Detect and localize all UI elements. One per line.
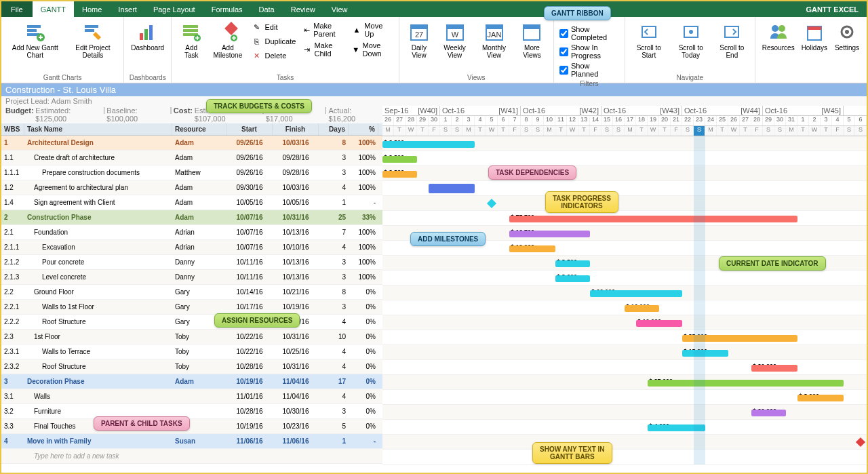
svg-rect-13 (224, 22, 238, 35)
task-row[interactable]: 3Decoration PhaseAdam10/19/1611/04/16170… (1, 374, 382, 389)
column-headers: WBS Task Name Resource Start Finish Days… (1, 123, 382, 136)
gantt-bar[interactable] (636, 320, 682, 327)
task-row[interactable]: 1.1Create draft of architectureAdam09/26… (1, 151, 382, 165)
svg-rect-25 (524, 25, 540, 29)
make-child-button[interactable]: ⇥Make Child (300, 40, 347, 59)
edit-project-details-button[interactable]: Edit Project Details (66, 19, 120, 73)
menu-tab-data[interactable]: Data (251, 1, 283, 17)
move-up-button[interactable]: ▲Move Up (349, 20, 395, 39)
task-row[interactable]: 2.1.3Level concreteDanny10/11/1610/13/16… (1, 270, 382, 285)
gantt-bar[interactable] (509, 216, 797, 222)
menu-tab-page-layout[interactable]: Page Layout (145, 1, 203, 17)
add-milestone-icon (217, 21, 239, 43)
task-row[interactable]: 2.31st FloorToby10/22/1610/31/16100% (1, 330, 382, 344)
gantt-row: $ 2,300 (382, 166, 867, 181)
dashboard-button[interactable]: Dashboard (128, 19, 167, 73)
daily-view-button[interactable]: 27Daily View (403, 19, 435, 73)
milestone-diamond[interactable] (856, 437, 865, 447)
gantt-bar[interactable] (555, 260, 590, 267)
make-parent-button[interactable]: ⇤Make Parent (300, 20, 347, 39)
task-row[interactable]: 1.2Agreement to architectural planAdam09… (1, 180, 382, 195)
task-row[interactable]: 3.2Furniture10/28/1610/30/1630% (1, 404, 382, 419)
gantt-bar[interactable] (382, 156, 417, 163)
gantt-bar[interactable] (751, 365, 797, 372)
holiday-icon (804, 21, 825, 43)
task-row[interactable]: 2Construction PhaseAdam10/07/1610/31/162… (1, 210, 382, 225)
month-header: Oct-16 [W41] (440, 106, 521, 115)
edit-details-icon (82, 21, 104, 43)
svg-point-28 (689, 30, 693, 34)
settings-button[interactable]: Settings (831, 19, 863, 73)
scroll-start-button[interactable]: Scroll to Start (629, 19, 669, 73)
task-row[interactable]: 2.1FoundationAdrian10/07/1610/13/167100% (1, 225, 382, 240)
menu-tab-view[interactable]: View (323, 1, 356, 17)
task-row[interactable]: 2.2.1Walls to 1st FloorGary10/17/1610/19… (1, 300, 382, 315)
show-progress-check[interactable]: Show In Progress (558, 43, 620, 60)
svg-rect-8 (149, 25, 153, 40)
task-row[interactable]: 1.1.1Prepare construction documentsMatth… (1, 165, 382, 180)
callout-assign-res: ASSIGN RESOURCES (214, 313, 300, 328)
gantt-bar[interactable] (382, 171, 417, 178)
gantt-row: $ 15,000 (382, 345, 867, 360)
svg-rect-4 (85, 25, 98, 28)
callout-gantt-ribbon: GANTT RIBBON (544, 6, 611, 20)
menu-tab-review[interactable]: Review (283, 1, 323, 17)
weekly-view-button[interactable]: WWeekly View (436, 19, 473, 73)
task-row[interactable]: 2.1.2Pour concreteDanny10/11/1610/13/163… (1, 255, 382, 270)
gantt-bar[interactable] (509, 245, 555, 252)
gantt-bar[interactable] (590, 290, 682, 297)
gantt-row: $ 26,000 (382, 285, 867, 300)
menu-tab-formulas[interactable]: Formulas (203, 1, 251, 17)
gantt-bar[interactable] (751, 410, 786, 416)
add-task-button[interactable]: Add Task (176, 19, 207, 73)
milestone-diamond[interactable] (487, 199, 496, 208)
monthly-view-button[interactable]: JANMonthly View (475, 19, 513, 73)
more-views-button[interactable]: More Views (515, 19, 549, 73)
outdent-icon: ⇤ (302, 24, 311, 35)
indent-icon: ⇥ (302, 44, 311, 55)
add-milestone-button[interactable]: Add Milestone (208, 19, 247, 73)
task-row[interactable]: 1.4Sign agreement with ClientAdam10/05/1… (1, 195, 382, 210)
move-down-button[interactable]: ▼Move Down (349, 40, 395, 59)
holidays-button[interactable]: Holidays (799, 19, 830, 73)
gantt-bar[interactable] (429, 184, 475, 193)
gantt-bar[interactable] (797, 395, 844, 401)
task-row[interactable]: 3.1Walls11/01/1611/04/1640% (1, 389, 382, 404)
task-row[interactable]: 2.3.2Roof StructureToby10/28/1610/31/164… (1, 359, 382, 374)
gantt-bar[interactable] (509, 231, 590, 237)
menu-tab-gantt[interactable]: GANTT (33, 1, 74, 17)
chart-plus-icon (24, 21, 46, 43)
task-row[interactable]: 3.3Final TouchesSara10/19/1610/23/1650% (1, 419, 382, 434)
task-table: Budget: Estimated: $125,000 | Baseline: … (1, 106, 382, 465)
callout-task-deps: TASK DEPENDENCIES (488, 165, 576, 180)
task-row[interactable]: 2.2Ground FloorGary10/14/1610/21/1680% (1, 285, 382, 300)
show-completed-check[interactable]: Show Completed (558, 24, 620, 42)
duplicate-button[interactable]: ⎘Duplicate (249, 35, 299, 48)
add-new-gantt-button[interactable]: Add New Gantt Chart (5, 19, 65, 73)
task-row[interactable]: 4Move in with FamilySusan11/06/1611/06/1… (1, 434, 382, 449)
delete-button[interactable]: ✕Delete (249, 49, 299, 62)
edit-button[interactable]: ✎Edit (249, 20, 299, 34)
svg-rect-9 (183, 25, 198, 28)
task-row[interactable]: 2.1.1ExcavationAdrian10/07/1610/10/16410… (1, 240, 382, 255)
task-row[interactable]: 1Architectural DesignAdam09/26/1610/03/1… (1, 136, 382, 151)
scroll-end-button[interactable]: Scroll to End (713, 19, 751, 73)
menu-tab-insert[interactable]: Insert (110, 1, 145, 17)
task-row[interactable]: 2.3.1Walls to TerraceToby10/22/1610/25/1… (1, 344, 382, 359)
gantt-bar[interactable] (682, 350, 728, 357)
menu-tab-home[interactable]: Home (74, 1, 110, 17)
file-tab[interactable]: File (1, 1, 33, 17)
gantt-bar[interactable] (555, 275, 590, 282)
new-task-row[interactable]: Type here to add a new task (1, 449, 382, 464)
gantt-bar[interactable] (625, 305, 659, 312)
gantt-bar[interactable] (648, 380, 844, 387)
dashboard-icon (137, 21, 159, 43)
ribbon: Add New Gantt Chart Edit Project Details… (1, 17, 867, 83)
gantt-bar[interactable] (382, 141, 475, 148)
resources-button[interactable]: Resources (760, 19, 797, 73)
svg-text:27: 27 (415, 31, 423, 39)
scroll-today-button[interactable]: Scroll to Today (670, 19, 712, 73)
calendar-day-icon: 27 (408, 21, 430, 43)
task-row[interactable]: 2.2.2Roof StructureGary10/18/1610/21/164… (1, 315, 382, 330)
show-planned-check[interactable]: Show Planned (558, 61, 620, 79)
